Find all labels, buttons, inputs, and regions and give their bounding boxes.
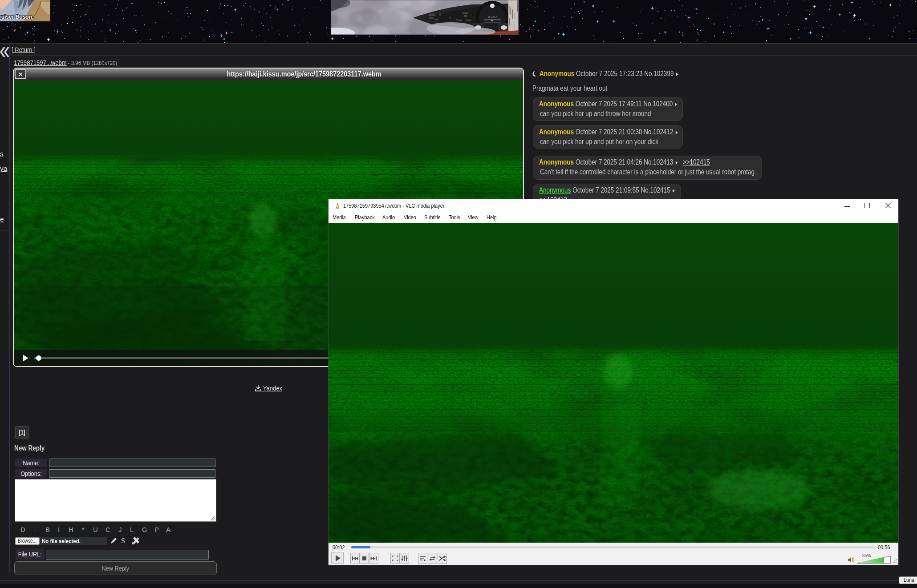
svg-text:ruiser Boson.: ruiser Boson. <box>0 14 33 20</box>
svg-text:01 9123-7: 01 9123-7 <box>488 16 497 19</box>
